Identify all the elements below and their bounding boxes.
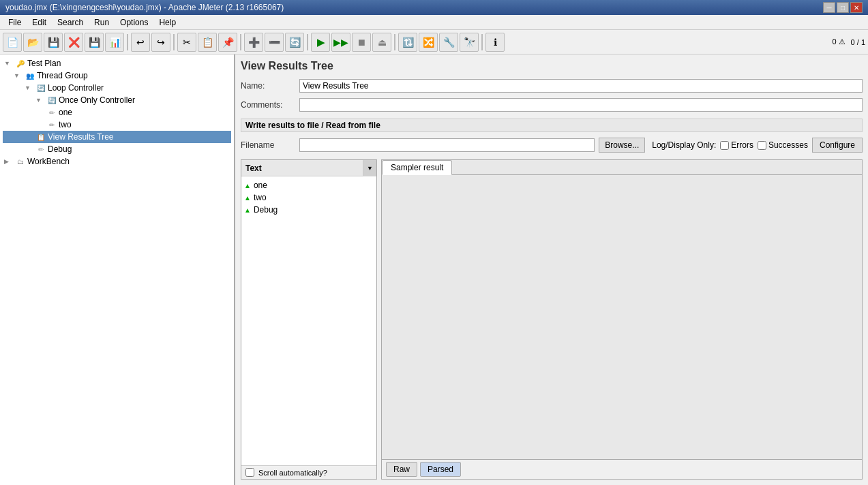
errors-checkbox[interactable]	[720, 141, 729, 150]
triangle-two-icon: ▲	[244, 194, 251, 202]
menu-run[interactable]: Run	[89, 16, 115, 29]
redo-button[interactable]: ↪	[151, 33, 170, 52]
menu-edit[interactable]: Edit	[27, 16, 52, 29]
sampler-footer: Raw Parsed	[382, 459, 862, 479]
result-label-debug: Debug	[254, 205, 278, 215]
cut-button[interactable]: ✂	[177, 33, 196, 52]
undo-button[interactable]: ↩	[131, 33, 150, 52]
start-button[interactable]: ▶	[311, 33, 330, 52]
scroll-automatically-label: Scroll automatically?	[258, 469, 327, 477]
right-panel: View Results Tree Name: Comments: Write …	[235, 54, 868, 485]
results-area: Text ▼ ▲ one ▲ two ▲ Debug	[241, 159, 863, 480]
menu-file[interactable]: File	[3, 16, 27, 29]
tree-item-one[interactable]: ✏ one	[3, 106, 231, 119]
toolbar: 📄 📂 💾 ❌ 💾 📊 ↩ ↪ ✂ 📋 📌 ➕ ➖ 🔄 ▶ ▶▶ ⏹ ⏏ 🔃 🔀…	[0, 30, 868, 54]
result-item-debug[interactable]: ▲ Debug	[244, 204, 374, 216]
copy-button[interactable]: 📋	[198, 33, 217, 52]
scroll-automatically-checkbox[interactable]	[245, 468, 254, 477]
file-section-header: Write results to file / Read from file	[241, 119, 863, 132]
tab-sampler-result[interactable]: Sampler result	[382, 160, 452, 175]
collapse-button[interactable]: ➖	[265, 33, 284, 52]
tree-item-loop-controller[interactable]: ▼ 🔄 Loop Controller	[3, 82, 231, 94]
dropdown-button[interactable]: ▼	[363, 160, 376, 176]
menu-options[interactable]: Options	[115, 16, 153, 29]
view-results-tree-icon: 📋	[35, 131, 46, 142]
browse-button[interactable]: Browse...	[599, 138, 645, 153]
menu-help[interactable]: Help	[153, 16, 181, 29]
save-button[interactable]: 💾	[85, 33, 104, 52]
clear2-button[interactable]: 🔀	[419, 33, 438, 52]
sep1	[127, 34, 128, 50]
maximize-button[interactable]: □	[837, 2, 849, 13]
two-icon: ✏	[46, 119, 57, 130]
parsed-button[interactable]: Parsed	[420, 462, 461, 477]
sep2	[173, 34, 175, 50]
name-row: Name:	[241, 79, 863, 93]
remote-button[interactable]: 🔄	[285, 33, 304, 52]
revert-button[interactable]: ❌	[64, 33, 83, 52]
main-layout: ▼ 🔑 Test Plan ▼ 👥 Thread Group ▼ 🔄 Loop …	[0, 54, 868, 485]
result-item-one[interactable]: ▲ one	[244, 179, 374, 191]
function-button[interactable]: 🔧	[439, 33, 458, 52]
minimize-button[interactable]: ─	[823, 2, 835, 13]
configure-button[interactable]: Configure	[812, 138, 863, 153]
tree-item-two[interactable]: ✏ two	[3, 119, 231, 131]
sampler-content	[382, 175, 862, 459]
tree-label-one: one	[59, 108, 72, 117]
comments-label: Comments:	[241, 100, 295, 110]
binoculars-button[interactable]: 🔭	[460, 33, 479, 52]
expand-button[interactable]: ➕	[244, 33, 263, 52]
filename-input[interactable]	[299, 138, 595, 152]
results-header-text: Text	[241, 162, 363, 174]
new-button[interactable]: 📄	[3, 33, 22, 52]
workbench-icon: 🗂	[15, 156, 26, 167]
left-panel: ▼ 🔑 Test Plan ▼ 👥 Thread Group ▼ 🔄 Loop …	[0, 54, 235, 485]
result-item-two[interactable]: ▲ two	[244, 191, 374, 204]
results-tree: ▲ one ▲ two ▲ Debug	[241, 176, 376, 465]
close-button[interactable]: ✕	[850, 2, 863, 13]
one-icon: ✏	[46, 107, 57, 118]
triangle-debug-icon: ▲	[244, 206, 251, 214]
successes-label: Successes	[768, 140, 808, 150]
menu-bar: File Edit Search Run Options Help	[0, 15, 868, 30]
sep6	[481, 34, 483, 50]
tree-item-once-only-controller[interactable]: ▼ 🔄 Once Only Controller	[3, 94, 231, 106]
start-no-pause-button[interactable]: ▶▶	[331, 33, 350, 52]
loop-controller-icon: 🔄	[35, 82, 46, 93]
results-left-panel: Text ▼ ▲ one ▲ two ▲ Debug	[241, 159, 377, 480]
result-label-one: one	[254, 181, 267, 190]
name-input[interactable]	[299, 79, 863, 93]
tree-item-thread-group[interactable]: ▼ 👥 Thread Group	[3, 69, 231, 82]
tree-item-debug[interactable]: ✏ Debug	[3, 143, 231, 155]
successes-checkbox-label: Successes	[758, 140, 808, 150]
successes-checkbox[interactable]	[758, 141, 766, 150]
errors-checkbox-label: Errors	[720, 140, 753, 150]
sep4	[307, 34, 308, 50]
thread-group-icon: 👥	[25, 70, 35, 81]
filename-label: Filename	[241, 140, 295, 150]
open-button[interactable]: 📂	[23, 33, 42, 52]
tree-label-view-results-tree: View Results Tree	[48, 132, 114, 142]
result-label-two: two	[254, 193, 267, 202]
toolbar-right: 0 ⚠ 0 / 1	[832, 37, 865, 46]
clear-button[interactable]: 🔃	[398, 33, 417, 52]
raw-button[interactable]: Raw	[386, 462, 417, 477]
results-header: Text ▼	[241, 160, 376, 176]
title-bar: youdao.jmx (E:\xingnengceshi\youdao.jmx)…	[0, 0, 868, 15]
shutdown-button[interactable]: ⏏	[372, 33, 391, 52]
info-button[interactable]: ℹ	[485, 33, 505, 52]
menu-search[interactable]: Search	[52, 16, 89, 29]
report-button[interactable]: 📊	[105, 33, 124, 52]
comments-input[interactable]	[299, 98, 863, 112]
once-only-icon: 🔄	[46, 95, 57, 106]
triangle-one-icon: ▲	[244, 182, 251, 189]
filename-row: Filename Browse... Log/Display Only: Err…	[241, 138, 863, 153]
paste-button[interactable]: 📌	[218, 33, 237, 52]
tree-item-test-plan[interactable]: ▼ 🔑 Test Plan	[3, 57, 231, 69]
title-controls: ─ □ ✕	[823, 2, 863, 13]
tree-item-view-results-tree[interactable]: 📋 View Results Tree	[3, 131, 231, 143]
stop-button[interactable]: ⏹	[352, 33, 371, 52]
save-all-button[interactable]: 💾	[44, 33, 63, 52]
tree-item-workbench[interactable]: ▶ 🗂 WorkBench	[3, 155, 231, 168]
name-label: Name:	[241, 81, 295, 91]
